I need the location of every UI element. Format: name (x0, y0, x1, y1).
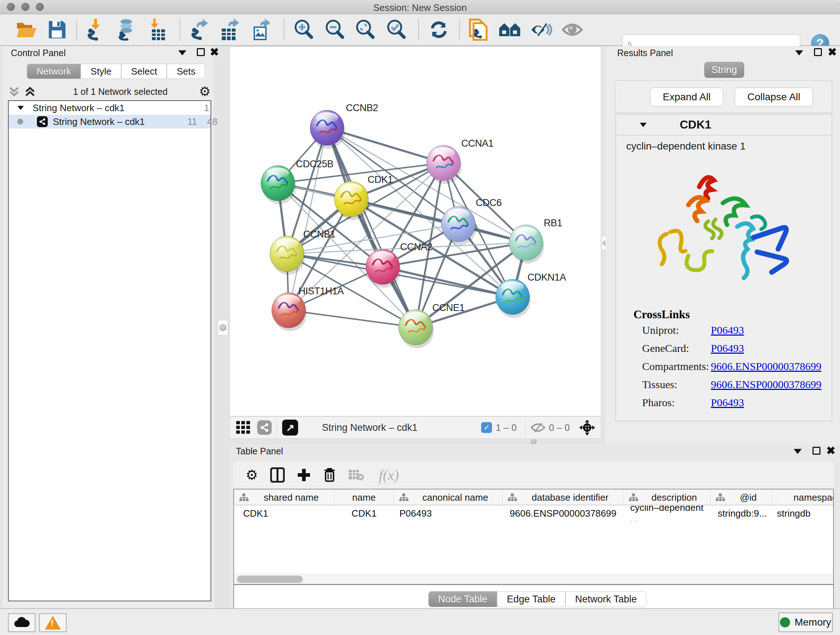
column-header-shared-name[interactable]: shared name (234, 489, 334, 505)
save-session-button[interactable] (45, 18, 69, 42)
tab-network-table[interactable]: Network Table (565, 591, 647, 607)
column-header-description[interactable]: description (624, 489, 711, 505)
column-header--id[interactable]: @id (711, 489, 772, 505)
network-home-button[interactable] (498, 18, 522, 42)
table-panel-maximize-icon[interactable] (813, 447, 821, 455)
column-header-name[interactable]: name (334, 489, 394, 505)
tab-string[interactable]: String (704, 62, 744, 78)
expand-all-icon[interactable] (24, 86, 36, 98)
crosslink-value-link[interactable]: P06493 (711, 342, 744, 355)
memory-button[interactable]: Memory (778, 613, 833, 632)
collection-label: String Network – cdk1 (33, 103, 125, 114)
navigator-crosshair-icon[interactable] (578, 419, 596, 436)
gene-section: CDK1 cyclin–dependent kinase 1 CrossLink… (616, 114, 832, 421)
table-cell[interactable]: CDK1 (234, 505, 334, 521)
column-header-namespace[interactable]: namespace (772, 489, 834, 505)
tab-style[interactable]: Style (81, 64, 121, 79)
network-node-CCNA1[interactable]: CCNA1 (426, 138, 493, 184)
network-node-HIST1H1A[interactable]: HIST1H1A (272, 286, 344, 331)
table-cell[interactable]: cyclin–dependent ... (624, 505, 711, 521)
table-options-gear-icon[interactable]: ⚙ (246, 467, 258, 483)
cloud-status-button[interactable] (8, 613, 35, 632)
show-all-button[interactable] (561, 18, 584, 42)
refresh-button[interactable] (427, 18, 451, 42)
zoom-in-button[interactable] (292, 18, 316, 42)
results-panel-close-icon[interactable]: ✖ (828, 48, 837, 56)
network-node-CCNB2[interactable]: CCNB2 (310, 103, 378, 149)
crosslink-value-link[interactable]: 9606.ENSP00000378699 (711, 360, 821, 372)
results-panel-maximize-icon[interactable] (814, 48, 822, 56)
create-column-icon[interactable] (297, 468, 311, 482)
zoom-selected-button[interactable] (385, 18, 409, 42)
table-row[interactable]: CDK1CDK1P064939606.ENSP00000378699cyclin… (234, 505, 833, 521)
tab-sets[interactable]: Sets (167, 64, 205, 79)
zoom-fit-button[interactable] (354, 18, 377, 42)
collection-collapse-icon[interactable] (17, 106, 24, 110)
tab-node-table[interactable]: Node Table (428, 591, 497, 607)
section-collapse-icon[interactable] (640, 123, 647, 127)
vertical-split-handle[interactable] (218, 320, 228, 335)
crosslink-value-link[interactable]: 9606.ENSP00000378699 (711, 378, 821, 391)
open-in-window-icon[interactable]: ↗ (282, 420, 298, 435)
results-panel-float-icon[interactable] (795, 50, 803, 55)
import-table-button[interactable] (147, 18, 171, 42)
export-table-button[interactable] (218, 18, 242, 42)
network-collection-row[interactable]: String Network – cdk1 1 (9, 101, 210, 115)
network-edge-CCNB2-CCNE1[interactable] (327, 128, 416, 327)
crosslink-value-link[interactable]: P06493 (711, 396, 744, 409)
collapse-all-icon[interactable] (8, 86, 20, 98)
zoom-out-button[interactable] (323, 18, 347, 42)
crosslink-value-link[interactable]: P06493 (711, 324, 744, 336)
import-network-file-button[interactable] (84, 18, 108, 42)
tab-select[interactable]: Select (121, 64, 167, 79)
control-panel-close-icon[interactable]: ✖ (210, 48, 219, 56)
table-cell[interactable]: 9606.ENSP00000378699 (502, 505, 624, 521)
node-label-HIST1H1A: HIST1H1A (298, 286, 344, 296)
table-horizontal-scrollbar[interactable] (234, 574, 833, 584)
tab-network[interactable]: Network (27, 64, 81, 79)
tab-edge-table[interactable]: Edge Table (497, 591, 565, 607)
open-session-button[interactable] (15, 18, 39, 42)
string-import-button[interactable] (467, 18, 491, 42)
table-cell[interactable]: stringdb (772, 505, 834, 521)
column-header-database-identifier[interactable]: database identifier (502, 489, 624, 505)
export-image-button[interactable] (249, 18, 273, 42)
delete-column-icon[interactable] (323, 467, 336, 483)
node-label-CCNE1: CCNE1 (432, 302, 464, 313)
warnings-button[interactable] (39, 613, 66, 632)
control-panel-float-icon[interactable] (178, 50, 186, 55)
database-import-icon (117, 19, 137, 41)
table-panel-float-icon[interactable] (794, 449, 802, 454)
scrollbar-thumb[interactable] (237, 576, 303, 583)
network-row-selected[interactable]: String Network – cdk1 11 48 (9, 115, 210, 128)
birds-eye-grid-icon[interactable] (236, 420, 251, 435)
network-node-CDC6[interactable]: CDC6 (441, 197, 502, 245)
import-network-database-button[interactable] (115, 18, 139, 42)
network-node-RB1[interactable]: RB1 (509, 218, 562, 264)
table-panel-close-icon[interactable]: ✖ (826, 447, 835, 455)
table-cell[interactable]: P06493 (394, 505, 502, 521)
memory-label: Memory (794, 616, 831, 628)
control-panel-maximize-icon[interactable] (197, 48, 205, 56)
string-view-icon[interactable] (257, 420, 272, 435)
gene-section-header[interactable]: CDK1 (616, 114, 832, 135)
network-canvas[interactable]: CCNB2CCNA1CDC25BCDK1CDC6RB1CCNB1CCNA2CDK… (229, 46, 601, 416)
table-cell[interactable]: CDK1 (334, 505, 394, 521)
expand-all-button[interactable]: Expand All (650, 88, 723, 106)
network-edge-CCNB2-HIST1H1A[interactable] (289, 128, 327, 310)
network-graph[interactable]: CCNB2CCNA1CDC25BCDK1CDC6RB1CCNB1CCNA2CDK… (230, 47, 601, 416)
open-folder-icon (16, 21, 37, 39)
network-tree: String Network – cdk1 1 String Network –… (8, 100, 211, 601)
hide-selected-button[interactable] (529, 18, 553, 42)
collapse-all-button[interactable]: Collapse All (735, 88, 813, 106)
network-node-CCNE1[interactable]: CCNE1 (399, 302, 464, 348)
show-columns-icon[interactable] (270, 467, 285, 483)
table-cell[interactable]: stringdb:9... (711, 505, 772, 521)
network-edge-CCNE1-HIST1H1A[interactable] (289, 310, 416, 327)
network-node-CDKN1A[interactable]: CDKN1A (496, 272, 566, 318)
selected-checkbox-icon[interactable]: ✓ (481, 422, 492, 433)
column-header-canonical-name[interactable]: canonical name (394, 489, 502, 505)
network-options-gear-icon[interactable]: ⚙ (199, 84, 210, 99)
zoom-fit-icon (355, 19, 376, 40)
export-network-button[interactable] (187, 18, 211, 42)
